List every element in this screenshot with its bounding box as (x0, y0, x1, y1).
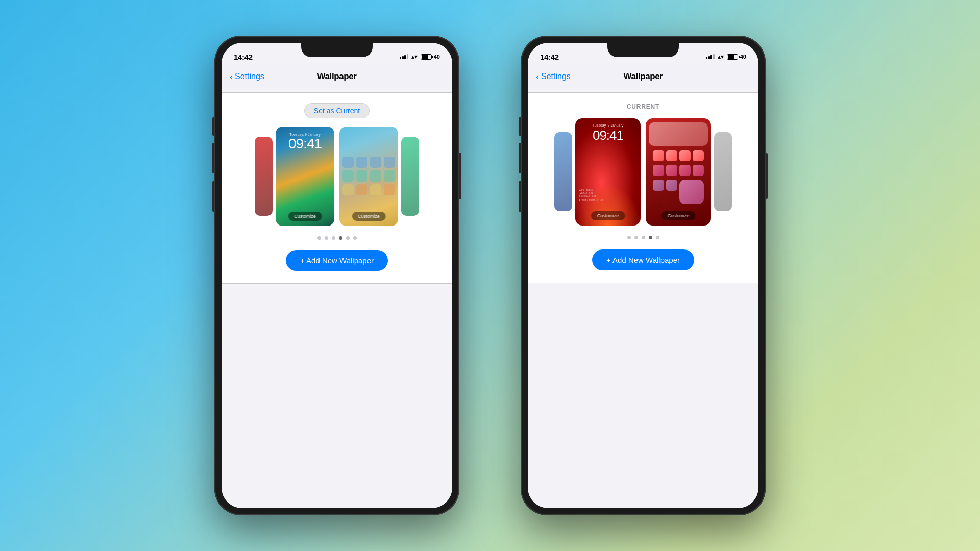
side-peek-right-2 (714, 132, 732, 211)
side-peek-right-1 (401, 137, 419, 216)
wifi-icon-right: ▴▾ (718, 53, 724, 60)
battery-label-left: 40 (434, 54, 440, 60)
dot-3 (332, 236, 335, 240)
dot-1 (317, 236, 321, 240)
add-wallpaper-button-right[interactable]: + Add New Wallpaper (592, 249, 694, 270)
rdot-1 (627, 236, 631, 239)
wallpaper-card-left: Set as Current Tuesday, 9 January 09:41 … (222, 92, 452, 284)
lock-screen-preview-right[interactable]: Tuesday, 9 January 09:41 AAPL 164.94 ▲BB… (575, 118, 641, 226)
nav-bar-left: ‹ Settings Wallpaper (222, 65, 452, 88)
current-label: CURRENT (627, 103, 659, 110)
phone-notch-left (301, 43, 373, 57)
nav-title-right: Wallpaper (623, 71, 663, 82)
side-peek-left-2 (554, 132, 572, 211)
phone-right-screen: 14:42 ▴▾ 40 ‹ Settings (528, 43, 758, 508)
battery-icon-right: 40 (727, 54, 746, 60)
side-peek-left-1 (255, 137, 273, 216)
lock-time-right: 09:41 (593, 128, 623, 143)
nav-bar-right: ‹ Settings Wallpaper (528, 65, 758, 88)
phone-left: 14:42 ▴▾ 40 ‹ Settings (214, 36, 459, 515)
rdot-5 (656, 236, 659, 239)
lock-stats-right: AAPL 164.94 ▲BBLiX 5.21 EDURBLaX 5.21 ▮ … (579, 189, 603, 205)
signal-icon-right (706, 54, 715, 59)
phone-right: 14:42 ▴▾ 40 ‹ Settings (521, 36, 766, 515)
phone-left-screen: 14:42 ▴▾ 40 ‹ Settings (222, 43, 452, 508)
wallpaper-previews-left: Tuesday, 9 January 09:41 Customize (276, 127, 398, 226)
home-screen-preview-right[interactable]: Customize (646, 118, 711, 226)
battery-icon-left: 40 (421, 54, 440, 60)
customize-btn-homescreen-left[interactable]: Customize (352, 212, 386, 221)
dot-4-active (339, 236, 342, 240)
status-time-left: 14:42 (234, 53, 253, 61)
lock-time-left: 09:41 (288, 137, 322, 151)
rdot-2 (634, 236, 638, 239)
customize-btn-homescreen-right[interactable]: Customize (662, 211, 696, 220)
add-wallpaper-button-left[interactable]: + Add New Wallpaper (286, 250, 388, 271)
page-dots-left (317, 236, 357, 240)
back-arrow-right: ‹ (536, 72, 539, 81)
back-button-right[interactable]: ‹ Settings (536, 72, 571, 81)
back-label-left: Settings (235, 72, 264, 81)
battery-label-right: 40 (740, 54, 746, 60)
back-label-right: Settings (541, 72, 571, 81)
wifi-icon-left: ▴▾ (411, 53, 418, 60)
nav-title-left: Wallpaper (317, 71, 356, 82)
rdot-3 (642, 236, 645, 239)
phone-notch-right (607, 43, 679, 57)
status-icons-left: ▴▾ 40 (400, 53, 440, 60)
wallpaper-card-right: CURRENT Tuesday, 9 January 09:41 AAPL 16… (528, 92, 758, 283)
rdot-4-active (649, 236, 652, 239)
lock-date-right: Tuesday, 9 January (593, 123, 624, 127)
dot-5 (346, 236, 350, 240)
dot-6 (353, 236, 357, 240)
wallpaper-previews-right: Tuesday, 9 January 09:41 AAPL 164.94 ▲BB… (575, 118, 711, 226)
dot-2 (325, 236, 328, 240)
customize-btn-lockscreen-left[interactable]: Customize (288, 212, 322, 221)
back-arrow-left: ‹ (230, 72, 233, 81)
customize-btn-lockscreen-right[interactable]: Customize (591, 211, 625, 220)
set-as-current-badge[interactable]: Set as Current (304, 103, 370, 118)
home-screen-preview-left[interactable]: Customize (339, 127, 398, 226)
lock-screen-preview-left[interactable]: Tuesday, 9 January 09:41 Customize (276, 127, 334, 226)
status-time-right: 14:42 (540, 53, 559, 61)
back-button-left[interactable]: ‹ Settings (230, 72, 264, 81)
signal-icon-left (400, 54, 408, 59)
status-icons-right: ▴▾ 40 (706, 53, 746, 60)
page-dots-right (627, 236, 659, 239)
